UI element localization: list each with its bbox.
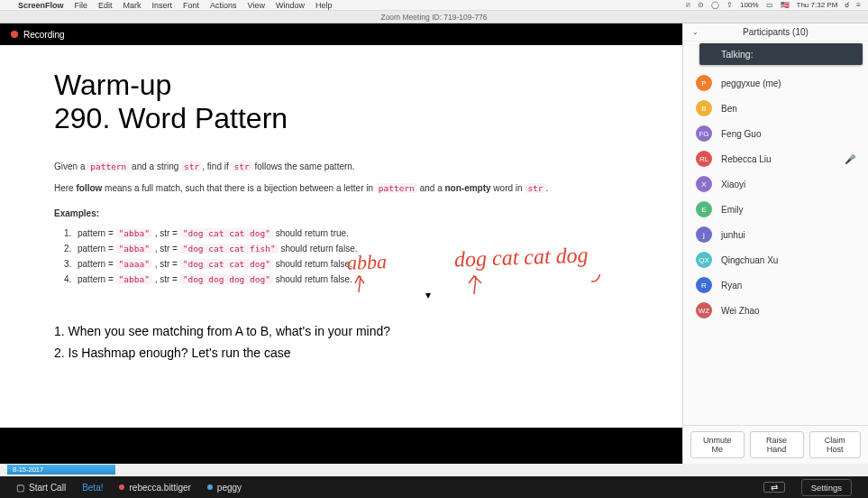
participant-name: Feng Guo [721,129,761,139]
avatar: R [696,277,712,293]
participant-name: Emily [721,205,743,215]
participant-row[interactable]: RRyan [683,272,868,298]
menu-mark[interactable]: Mark [123,1,142,10]
status-dot-icon [119,484,124,490]
example-item: pattern = "abba" , str = "dog cat cat do… [74,226,628,241]
menu-insert[interactable]: Insert [152,1,173,10]
chevron-down-icon[interactable]: ⌄ [692,23,699,42]
settings-button[interactable]: Settings [801,479,852,496]
flag-icon[interactable]: 🇺🇸 [781,1,790,9]
presence-user-1[interactable]: rebecca.bittiger [119,483,190,493]
menu-actions[interactable]: Actions [210,1,237,10]
claim-host-button[interactable]: Claim Host [809,431,861,458]
switch-icon[interactable]: ⇄ [763,482,785,493]
mouse-cursor-icon: ▾ [425,289,431,301]
participant-actions: Unmute Me Raise Hand Claim Host [683,425,868,464]
participant-name: Rebecca Liu [721,154,772,164]
menu-window[interactable]: Window [276,1,305,10]
handwriting-left: abba [347,250,388,275]
participant-row[interactable]: BBen [683,96,868,121]
participant-row[interactable]: RLRebecca Liu🎤 [683,146,868,171]
participant-name: Wei Zhao [721,306,760,316]
participant-name: junhui [721,230,745,240]
clock[interactable]: Thu 7:32 PM [797,1,838,9]
window-titlebar: Zoom Meeting ID: 719-109-776 [0,11,868,23]
participants-list: Ppeggyxue (me)BBenFGFeng GuoRLRebecca Li… [683,70,868,425]
avatar: RL [696,151,712,167]
handwriting-arrows [350,274,620,301]
battery-text[interactable]: 100% [740,1,758,9]
participants-panel: ⌄ Participants (10) Talking: Ppeggyxue (… [682,23,868,464]
avatar: X [696,176,712,192]
slide-title: Warm-up 290. Word Pattern [54,69,628,135]
talking-indicator: Talking: [699,43,863,65]
camera-icon: ▢ [16,483,24,493]
menu-help[interactable]: Help [315,1,333,10]
recording-indicator: Recording [0,23,682,45]
participants-header[interactable]: ⌄ Participants (10) [683,23,868,42]
participant-name: Xiaoyi [721,180,745,189]
slide-content: Warm-up 290. Word Pattern Given a patter… [0,45,682,428]
start-call-button[interactable]: ▢ Start Call [16,483,66,493]
recording-label: Recording [23,30,65,40]
participant-row[interactable]: FGFeng Guo [683,121,868,146]
bottom-toolbar: ▢ Start Call Beta! rebecca.bittiger pegg… [0,476,868,498]
participant-row[interactable]: WZWei Zhao [683,298,868,323]
macos-menubar: ScreenFlow File Edit Mark Insert Font Ac… [0,0,868,11]
mic-icon: 🎤 [845,154,855,164]
tray-icon[interactable]: ⎚ [686,1,690,9]
battery-icon[interactable]: ▭ [766,1,773,9]
menu-font[interactable]: Font [183,1,199,10]
tray-icon[interactable]: ⊙ [698,1,704,9]
avatar: B [696,100,712,116]
recording-dot-icon [11,31,18,38]
followup-questions: 1. When you see matching from A to B, wh… [54,321,628,364]
participant-row[interactable]: QXQingchuan Xu [683,247,868,272]
avatar: FG [696,125,712,142]
avatar: WZ [696,302,712,318]
video-letterbox-bottom [0,428,682,464]
menu-file[interactable]: File [75,1,88,10]
participant-name: Ben [721,104,737,114]
shared-screen-area: Recording Warm-up 290. Word Pattern Give… [0,23,682,464]
list-icon[interactable]: ≡ [856,1,861,9]
tray-icon[interactable]: ◯ [711,1,719,9]
participant-name: Qingchuan Xu [721,255,778,265]
date-ribbon: 8-15-2017 [7,465,115,475]
participant-name: Ryan [721,281,742,290]
participant-row[interactable]: jjunhui [683,222,868,247]
participant-name: peggyxue (me) [721,78,781,88]
handwriting-right: dog cat cat dog [454,243,589,272]
search-icon[interactable]: ☌ [845,1,849,9]
participant-row[interactable]: EEmily [683,197,868,222]
wifi-icon[interactable]: ⇪ [726,1,733,9]
unmute-me-button[interactable]: Unmute Me [690,431,745,458]
app-name[interactable]: ScreenFlow [18,1,64,10]
presence-user-2[interactable]: peggy [207,483,242,493]
beta-label: Beta! [82,483,103,493]
menu-edit[interactable]: Edit [98,1,113,10]
menu-view[interactable]: View [248,1,265,10]
avatar: j [696,226,712,243]
participant-row[interactable]: Ppeggyxue (me) [683,70,868,96]
status-dot-icon [207,484,213,490]
avatar: P [696,75,712,91]
avatar: E [696,201,712,217]
participant-row[interactable]: XXiaoyi [683,171,868,197]
avatar: QX [696,252,712,268]
raise-hand-button[interactable]: Raise Hand [750,431,804,458]
